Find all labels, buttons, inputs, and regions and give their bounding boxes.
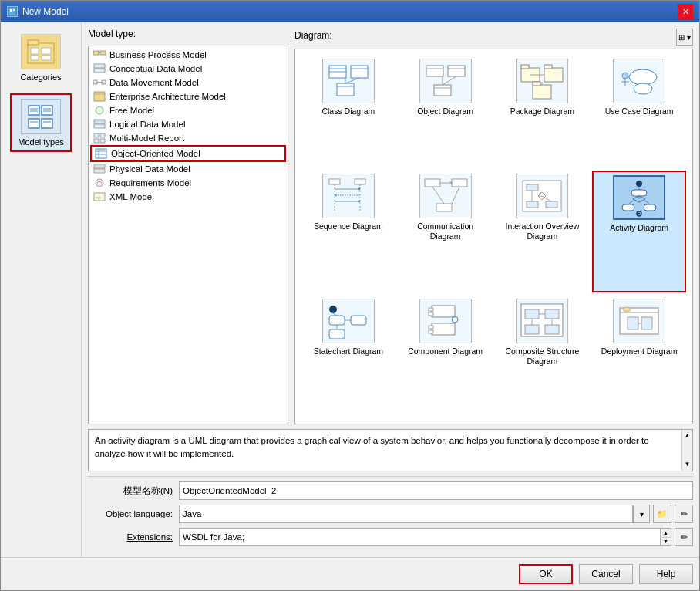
diagram-item-composite[interactable]: Composite Structure Diagram [496, 296, 590, 417]
svg-point-29 [96, 106, 103, 114]
svg-rect-37 [96, 149, 106, 158]
svg-rect-36 [100, 139, 105, 143]
svg-marker-87 [358, 200, 360, 203]
svg-rect-79 [355, 179, 365, 184]
language-dropdown-arrow[interactable]: ▾ [633, 505, 650, 523]
diagram-item-statechart[interactable]: Statechart Diagram [301, 296, 395, 417]
model-type-rm[interactable]: Requirements Model [90, 176, 286, 190]
svg-rect-31 [94, 124, 105, 128]
svg-rect-121 [432, 306, 455, 317]
diagram-item-package[interactable]: Package Diagram [496, 56, 590, 167]
cancel-button[interactable]: Cancel [579, 564, 633, 584]
svg-line-55 [345, 78, 359, 83]
model-type-xml[interactable]: </> XML Model [90, 190, 286, 204]
diagram-grid: Class Diagram [294, 49, 693, 424]
object-diagram-thumb [419, 59, 472, 103]
description-scrollbar[interactable]: ▲ ▼ [681, 430, 692, 471]
model-type-ldm[interactable]: Logical Data Model [90, 117, 286, 131]
model-type-bpm[interactable]: Business Process Model [90, 48, 286, 62]
svg-rect-66 [544, 68, 563, 82]
diagram-item-interaction[interactable]: Interaction Overview Diagram [496, 171, 590, 292]
svg-rect-8 [42, 56, 51, 60]
categories-label: Categories [20, 73, 61, 82]
svg-rect-88 [425, 179, 440, 187]
svg-rect-27 [94, 92, 105, 101]
svg-rect-68 [533, 85, 551, 99]
model-type-list[interactable]: Business Process Model Conceptual Data M… [88, 46, 288, 424]
svg-rect-33 [94, 133, 99, 137]
svg-rect-58 [448, 66, 465, 76]
main-content: Model type: Business Process Model [82, 22, 699, 557]
svg-rect-42 [94, 169, 105, 173]
deployment-diagram-thumb [613, 299, 665, 343]
ok-button[interactable]: OK [519, 564, 573, 584]
svg-rect-69 [533, 82, 540, 86]
component-diagram-thumb [419, 299, 472, 343]
model-type-cdm[interactable]: Conceptual Data Model [90, 62, 286, 76]
form-extensions-select-container: ▲ ▼ ✏ [179, 528, 693, 546]
svg-rect-25 [102, 80, 106, 84]
extensions-edit-btn[interactable]: ✏ [675, 528, 693, 546]
sidebar: Categories [1, 22, 82, 557]
sidebar-item-model-types[interactable]: Model types [10, 93, 72, 152]
close-button[interactable]: ✕ [678, 4, 693, 19]
diagram-item-usecase[interactable]: Use Case Diagram [592, 56, 686, 167]
svg-rect-35 [94, 139, 99, 143]
diagram-header: Diagram: ⊞ ▾ [294, 29, 693, 46]
form-language-row: Object language: ▾ 📁 ✏ [88, 505, 693, 523]
model-type-oom[interactable]: Object-Oriented Model [90, 145, 286, 162]
model-type-dmm[interactable]: Data Movement Model [90, 76, 286, 89]
model-type-rm-label: Requirements Model [109, 178, 191, 187]
svg-rect-7 [31, 56, 39, 60]
model-type-pdm[interactable]: Physical Data Model [90, 162, 286, 176]
svg-rect-67 [544, 65, 552, 69]
dialog-title: New Model [22, 6, 69, 17]
svg-rect-115 [329, 316, 345, 325]
button-bar: OK Cancel Help [1, 557, 699, 590]
language-browse-btn[interactable]: 📁 [653, 505, 671, 523]
form-area: 模型名称(N) Object language: ▾ 📁 [88, 476, 693, 551]
svg-rect-131 [525, 309, 539, 319]
svg-rect-78 [329, 179, 340, 184]
svg-rect-98 [527, 201, 538, 208]
language-edit-btn[interactable]: ✏ [675, 505, 693, 523]
form-name-input[interactable] [179, 481, 693, 500]
model-type-xml-label: XML Model [109, 192, 154, 201]
svg-rect-60 [434, 85, 451, 96]
diagram-item-sequence[interactable]: Sequence Diagram [301, 171, 395, 292]
diagram-item-deployment[interactable]: Deployment Diagram [592, 296, 686, 417]
package-diagram-thumb [516, 59, 568, 103]
sidebar-item-categories[interactable]: Categories [10, 30, 72, 86]
svg-rect-52 [337, 83, 354, 96]
form-extensions-row: Extensions: ▲ ▼ ✏ [88, 528, 693, 546]
svg-point-73 [634, 83, 652, 94]
form-language-select[interactable] [179, 505, 633, 523]
title-bar-left: New Model [7, 6, 69, 17]
diagram-item-activity[interactable]: Activity Diagram [592, 171, 686, 292]
diagram-item-object[interactable]: Object Diagram [399, 56, 493, 167]
model-type-eam[interactable]: Enterprise Architecture Model [90, 89, 286, 103]
svg-rect-65 [521, 65, 529, 69]
diagram-view-toggle[interactable]: ⊞ ▾ [676, 29, 693, 46]
model-type-fm[interactable]: Free Model [90, 103, 286, 117]
diagram-item-class[interactable]: Class Diagram [301, 56, 395, 167]
svg-rect-41 [94, 164, 105, 168]
svg-rect-134 [545, 325, 559, 334]
svg-rect-104 [631, 190, 647, 196]
svg-rect-50 [351, 66, 368, 78]
svg-point-109 [638, 212, 641, 214]
model-type-mmr[interactable]: Multi-Model Report [90, 131, 286, 145]
communication-diagram-label: Communication Diagram [402, 221, 490, 242]
sequence-diagram-label: Sequence Diagram [314, 221, 383, 232]
svg-rect-124 [432, 323, 455, 335]
activity-diagram-thumb [613, 175, 665, 220]
diagram-item-component[interactable]: Component Diagram [399, 296, 493, 417]
svg-point-72 [629, 69, 657, 85]
extensions-spinner[interactable]: ▲ ▼ [661, 528, 671, 546]
deployment-diagram-label: Deployment Diagram [601, 346, 678, 357]
form-extensions-select[interactable] [179, 528, 661, 546]
help-button[interactable]: Help [639, 564, 693, 584]
diagram-item-communication[interactable]: Communication Diagram [399, 171, 493, 292]
sequence-diagram-thumb [322, 174, 375, 218]
svg-line-92 [432, 187, 444, 204]
